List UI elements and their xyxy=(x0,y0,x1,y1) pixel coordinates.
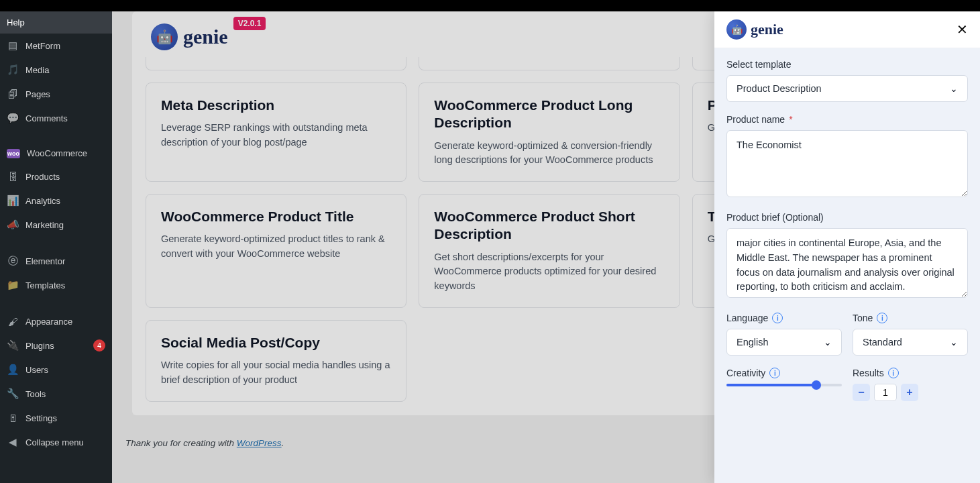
creativity-slider[interactable] xyxy=(726,384,842,386)
footer-pre: Thank you for creating with xyxy=(125,438,237,448)
results-label: Results i xyxy=(853,368,968,378)
increment-button[interactable]: + xyxy=(901,384,918,401)
drawer-body: Select template Product Description ⌄ Pr… xyxy=(714,48,980,483)
sidebar-item-metform[interactable]: ▤ MetForm xyxy=(0,34,112,58)
language-label: Language i xyxy=(726,313,842,323)
card-partial[interactable] xyxy=(146,57,406,70)
analytics-icon: 📊 xyxy=(7,195,19,207)
sidebar-item-label: Pages xyxy=(25,89,105,99)
footer-link[interactable]: WordPress xyxy=(237,438,282,448)
slider-fill xyxy=(726,384,816,386)
template-card-social[interactable]: Social Media Post/Copy Write copies for … xyxy=(146,320,406,402)
close-icon: ✕ xyxy=(957,22,968,37)
template-card-meta-description[interactable]: Meta Description Leverage SERP rankings … xyxy=(146,83,406,182)
sidebar-item-label: Analytics xyxy=(25,196,105,206)
collapse-icon: ◀ xyxy=(7,436,19,448)
creativity-label: Creativity i xyxy=(726,368,842,378)
sidebar-item-label: Settings xyxy=(25,413,105,423)
tone-select[interactable]: Standard ⌄ xyxy=(853,329,968,356)
sidebar-item-label: Tools xyxy=(25,389,105,399)
card-subtitle: Generate keyword-optimized product title… xyxy=(161,232,391,262)
slider-thumb[interactable] xyxy=(812,380,821,390)
results-stepper: − + xyxy=(853,384,968,401)
sidebar-item-media[interactable]: 🎵 Media xyxy=(0,58,112,82)
sidebar-item-marketing[interactable]: 📣 Marketing xyxy=(0,213,112,237)
sidebar-item-pages[interactable]: 🗐 Pages xyxy=(0,82,112,106)
users-icon: 👤 xyxy=(7,364,19,376)
info-icon[interactable]: i xyxy=(877,313,887,323)
plugins-badge: 4 xyxy=(93,339,105,352)
sidebar-item-templates[interactable]: 📁 Templates xyxy=(0,273,112,297)
form-icon: ▤ xyxy=(7,40,19,52)
sidebar-item-label: Users xyxy=(25,365,105,375)
close-button[interactable]: ✕ xyxy=(957,21,968,38)
sidebar-item-label: WooCommerce xyxy=(27,148,105,158)
sidebar-item-label: Help xyxy=(7,17,105,28)
woo-icon: woo xyxy=(7,149,20,158)
card-subtitle: Generate keyword-optimized & conversion-… xyxy=(434,139,664,168)
card-partial[interactable] xyxy=(419,57,679,70)
sidebar-item-label: Marketing xyxy=(25,220,105,230)
sidebar-item-woocommerce[interactable]: woo WooCommerce xyxy=(0,142,112,164)
media-icon: 🎵 xyxy=(7,64,19,76)
chevron-down-icon: ⌄ xyxy=(824,337,832,347)
sidebar-item-label: Templates xyxy=(25,280,105,290)
sidebar-item-settings[interactable]: 🎚 Settings xyxy=(0,406,112,430)
card-title: WooCommerce Product Long Description xyxy=(434,97,664,132)
sidebar-item-comments[interactable]: 💬 Comments xyxy=(0,106,112,130)
sidebar-item-help[interactable]: Help xyxy=(0,11,112,34)
templates-icon: 📁 xyxy=(7,279,19,291)
sidebar-item-label: Collapse menu xyxy=(25,437,105,447)
sidebar-item-label: Comments xyxy=(25,113,105,123)
language-select[interactable]: English ⌄ xyxy=(726,329,842,356)
admin-sidebar: Help ▤ MetForm 🎵 Media 🗐 Pages 💬 Comment… xyxy=(0,11,112,483)
sidebar-item-plugins[interactable]: 🔌 Plugins 4 xyxy=(0,333,112,358)
sidebar-item-tools[interactable]: 🔧 Tools xyxy=(0,382,112,406)
drawer-header: 🤖 genie ✕ xyxy=(714,11,980,48)
template-label: Select template xyxy=(726,59,968,70)
card-title: Social Media Post/Copy xyxy=(161,334,391,352)
template-card-woo-title[interactable]: WooCommerce Product Title Generate keywo… xyxy=(146,194,406,308)
plugins-icon: 🔌 xyxy=(7,339,19,352)
elementor-icon: ⓔ xyxy=(7,255,19,267)
product-brief-input[interactable] xyxy=(726,228,968,298)
marketing-icon: 📣 xyxy=(7,219,19,231)
decrement-button[interactable]: − xyxy=(853,384,870,401)
tools-icon: 🔧 xyxy=(7,388,19,400)
sidebar-item-label: Plugins xyxy=(25,341,87,351)
template-card-woo-short-desc[interactable]: WooCommerce Product Short Description Ge… xyxy=(419,194,679,308)
product-name-input[interactable] xyxy=(726,130,968,197)
sidebar-item-label: Elementor xyxy=(25,256,105,266)
sidebar-item-users[interactable]: 👤 Users xyxy=(0,358,112,382)
info-icon[interactable]: i xyxy=(772,313,783,323)
tone-value: Standard xyxy=(863,337,902,347)
sidebar-item-appearance[interactable]: 🖌 Appearance xyxy=(0,309,112,333)
tone-label: Tone i xyxy=(853,313,968,323)
drawer-brand: 🤖 genie xyxy=(726,19,783,40)
card-title: Meta Description xyxy=(161,97,391,114)
results-value[interactable] xyxy=(874,384,897,401)
chevron-down-icon: ⌄ xyxy=(950,337,958,347)
mascot-icon: 🤖 xyxy=(726,19,747,40)
sidebar-item-products[interactable]: 🗄 Products xyxy=(0,164,112,189)
footer-post: . xyxy=(282,438,284,448)
pages-icon: 🗐 xyxy=(7,88,19,100)
mascot-icon: 🤖 xyxy=(151,23,178,50)
settings-icon: 🎚 xyxy=(7,412,19,424)
card-subtitle: Write copies for all your social media h… xyxy=(161,358,391,388)
sidebar-item-label: MetForm xyxy=(25,41,105,51)
card-title: WooCommerce Product Title xyxy=(161,208,391,225)
genie-drawer: 🤖 genie ✕ Select template Product Descri… xyxy=(714,11,980,483)
template-select[interactable]: Product Description ⌄ xyxy=(726,75,968,102)
version-badge: V2.0.1 xyxy=(233,17,266,30)
card-subtitle: Leverage SERP rankings with outstanding … xyxy=(161,121,391,150)
template-card-woo-long-desc[interactable]: WooCommerce Product Long Description Gen… xyxy=(419,83,679,182)
sidebar-item-elementor[interactable]: ⓔ Elementor xyxy=(0,249,112,273)
brand-name: genie xyxy=(183,25,228,48)
sidebar-item-analytics[interactable]: 📊 Analytics xyxy=(0,189,112,213)
info-icon[interactable]: i xyxy=(888,368,899,378)
info-icon[interactable]: i xyxy=(769,368,780,378)
sidebar-item-collapse[interactable]: ◀ Collapse menu xyxy=(0,430,112,454)
brief-label: Product brief (Optional) xyxy=(726,212,968,223)
sidebar-item-label: Products xyxy=(25,172,105,182)
